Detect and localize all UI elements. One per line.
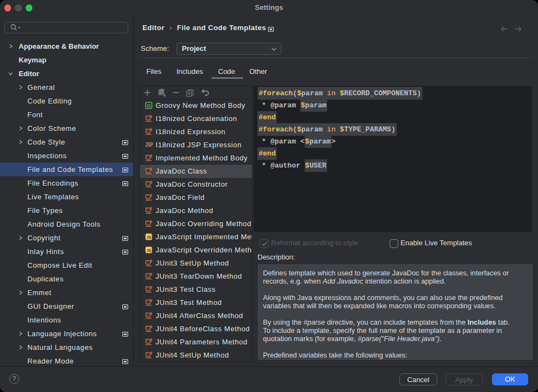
svg-text:JS: JS	[146, 235, 151, 239]
svg-text:JSP: JSP	[145, 142, 153, 148]
svg-text:G: G	[147, 102, 151, 108]
svg-text:JS: JS	[146, 249, 151, 252]
